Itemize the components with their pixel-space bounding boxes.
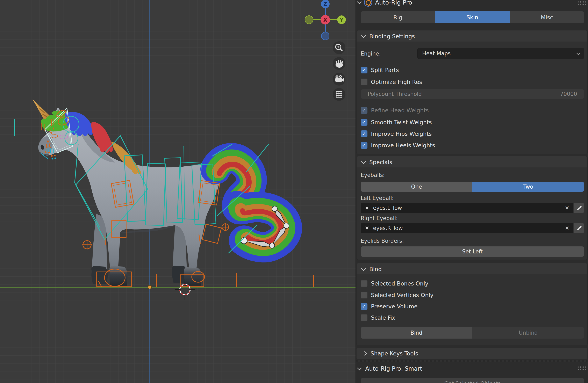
checkbox[interactable]	[361, 79, 367, 85]
bind-band	[357, 263, 588, 274]
bone-joint	[272, 206, 277, 211]
set-left-button[interactable]: Set Left	[361, 246, 584, 257]
engine-dropdown[interactable]: Heat Maps	[418, 48, 584, 59]
blender-window: Z Y X	[0, 0, 588, 383]
right-eyeball-label: Right Eyeball:	[361, 215, 398, 221]
tab-misc[interactable]: Misc	[510, 11, 584, 23]
checkbox	[361, 107, 367, 114]
get-selected-objects-button[interactable]: Get Selected Objects	[361, 378, 584, 383]
polycount-threshold-slider[interactable]: Polycount Threshold 70000	[361, 89, 584, 99]
left-eyeball-value: eyes.L_low	[373, 205, 565, 211]
engine-label: Engine:	[361, 51, 381, 57]
eyelids-borders-label: Eyelids Borders:	[361, 238, 404, 244]
selected-bones-only-row[interactable]: Selected Bones Only	[361, 280, 428, 287]
engine-value: Heat Maps	[422, 50, 451, 57]
tab-bar: Rig Skin Misc	[361, 11, 584, 23]
specials-header[interactable]: Specials	[362, 158, 392, 166]
checkbox[interactable]	[361, 142, 367, 149]
binding-settings-header[interactable]: Binding Settings	[362, 32, 415, 40]
panel-header[interactable]: Auto-Rig Pro	[358, 0, 412, 7]
lip-dot	[52, 158, 53, 160]
checkbox[interactable]	[361, 280, 367, 287]
checkbox[interactable]	[361, 119, 367, 126]
left-eyedropper-button[interactable]	[574, 203, 584, 213]
mesh-data-icon	[364, 205, 370, 211]
smooth-twist-weights-row[interactable]: Smooth Twist Weights	[361, 119, 432, 126]
chevron-down-icon	[576, 51, 580, 55]
optimize-high-res-row[interactable]: Optimize High Res	[361, 78, 422, 86]
tab-skin[interactable]: Skin	[435, 11, 510, 23]
left-eyeball-label: Left Eyeball:	[361, 195, 394, 201]
right-eyedropper-button[interactable]	[574, 223, 584, 233]
chevron-down-icon	[361, 266, 366, 271]
panel-grip-handle[interactable]	[578, 0, 586, 5]
clear-icon[interactable]: ✕	[565, 225, 569, 231]
right-eyeball-field[interactable]: eyes.R_low ✕	[361, 223, 573, 233]
panel-separator	[356, 360, 588, 362]
eyedropper-icon	[576, 205, 582, 211]
panel-title: Auto-Rig Pro	[375, 0, 412, 6]
viewport-3d[interactable]: Z Y X	[0, 0, 356, 383]
preserve-volume-row[interactable]: Preserve Volume	[361, 302, 418, 310]
right-eyeball-value: eyes.R_low	[373, 225, 565, 231]
chevron-down-icon	[361, 159, 366, 164]
object-origin-dot	[148, 285, 152, 289]
split-parts-row[interactable]: Split Parts	[361, 66, 399, 74]
camera-button[interactable]	[333, 73, 345, 86]
chevron-right-icon	[362, 351, 367, 356]
gizmo-z-label: Z	[323, 1, 327, 7]
gizmo-neg-y-ball[interactable]	[305, 16, 313, 24]
checkbox[interactable]	[361, 314, 367, 321]
checkbox[interactable]	[361, 67, 367, 73]
sidebar-panel: Auto-Rig Pro Rig Skin Misc Binding Setti…	[356, 0, 588, 383]
eyedropper-icon	[576, 225, 582, 231]
chevron-down-icon	[361, 33, 366, 38]
checkbox[interactable]	[361, 292, 367, 299]
chevron-down-icon	[357, 366, 362, 370]
left-eyeball-field[interactable]: eyes.L_low ✕	[361, 203, 573, 213]
polycount-value: 70000	[560, 91, 577, 97]
chevron-down-icon	[357, 0, 362, 4]
bone-joint	[269, 243, 275, 248]
pan-button[interactable]	[333, 57, 345, 70]
gizmo-y-label: Y	[339, 17, 344, 23]
mesh-data-icon	[364, 225, 370, 231]
eyeballs-two-button[interactable]: Two	[472, 182, 584, 192]
selected-vertices-only-row[interactable]: Selected Vertices Only	[361, 291, 434, 299]
gizmo-x-label: X	[323, 17, 327, 23]
bind-button[interactable]: Bind	[361, 327, 472, 339]
checkbox[interactable]	[361, 303, 367, 310]
eyeballs-one-button[interactable]: One	[361, 182, 472, 192]
rear-hoof	[184, 267, 202, 286]
lip-dot	[55, 158, 56, 159]
auto-rig-pro-icon	[364, 0, 372, 7]
unbind-button[interactable]: Unbind	[472, 327, 584, 339]
bind-header[interactable]: Bind	[362, 265, 382, 273]
clear-icon[interactable]: ✕	[565, 205, 569, 211]
smart-panel-header[interactable]: Auto-Rig Pro: Smart	[358, 364, 422, 373]
scale-fix-row[interactable]: Scale Fix	[361, 314, 395, 321]
smart-panel-grip-handle[interactable]	[578, 365, 586, 370]
tab-rig[interactable]: Rig	[361, 11, 435, 23]
improve-heels-weights-row[interactable]: Improve Heels Weights	[361, 141, 435, 149]
grid-button[interactable]	[333, 88, 345, 101]
shape-keys-tools-header[interactable]: Shape Keys Tools	[363, 349, 418, 358]
gizmo-neg-z-ball[interactable]	[321, 32, 329, 40]
eyeballs-label: Eyeballs:	[361, 172, 385, 178]
checkbox[interactable]	[361, 130, 367, 137]
refine-head-weights-row: Refine Head Weights	[361, 106, 429, 114]
improve-hips-weights-row[interactable]: Improve Hips Weights	[361, 130, 432, 137]
bone-joint	[241, 238, 247, 244]
bone-joint	[284, 223, 289, 228]
zoom-button[interactable]	[333, 41, 345, 54]
